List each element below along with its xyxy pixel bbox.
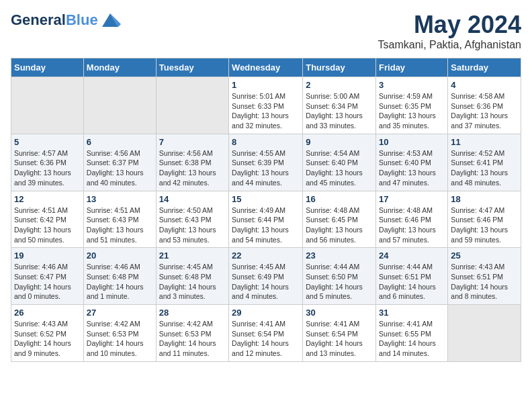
- day-number: 12: [14, 194, 81, 204]
- logo: GeneralBlue: [11, 11, 121, 30]
- day-info: Sunrise: 4:48 AM Sunset: 6:45 PM Dayligh…: [306, 205, 373, 245]
- day-info: Sunrise: 4:53 AM Sunset: 6:40 PM Dayligh…: [379, 148, 445, 188]
- day-info: Sunrise: 4:42 AM Sunset: 6:53 PM Dayligh…: [159, 319, 226, 359]
- day-number: 1: [232, 80, 300, 90]
- calendar-cell: 1Sunrise: 5:01 AM Sunset: 6:33 PM Daylig…: [229, 77, 303, 134]
- day-info: Sunrise: 4:45 AM Sunset: 6:49 PM Dayligh…: [232, 262, 300, 302]
- page-header: GeneralBlue May 2024 Tsamkani, Paktia, A…: [11, 11, 521, 51]
- calendar-week-row: 1Sunrise: 5:01 AM Sunset: 6:33 PM Daylig…: [11, 77, 521, 134]
- day-number: 6: [87, 137, 153, 147]
- calendar-cell: 24Sunrise: 4:44 AM Sunset: 6:51 PM Dayli…: [376, 248, 448, 305]
- day-number: 28: [159, 308, 226, 318]
- calendar-cell: 9Sunrise: 4:54 AM Sunset: 6:40 PM Daylig…: [303, 134, 376, 191]
- logo-icon: [99, 11, 121, 30]
- day-info: Sunrise: 4:44 AM Sunset: 6:51 PM Dayligh…: [379, 262, 445, 302]
- day-info: Sunrise: 4:44 AM Sunset: 6:50 PM Dayligh…: [306, 262, 373, 302]
- calendar-week-row: 5Sunrise: 4:57 AM Sunset: 6:36 PM Daylig…: [11, 134, 521, 191]
- day-info: Sunrise: 4:45 AM Sunset: 6:48 PM Dayligh…: [159, 262, 226, 302]
- day-info: Sunrise: 4:56 AM Sunset: 6:37 PM Dayligh…: [87, 148, 153, 188]
- day-info: Sunrise: 4:55 AM Sunset: 6:39 PM Dayligh…: [232, 148, 300, 188]
- logo-text: GeneralBlue: [11, 12, 98, 28]
- calendar-cell: 19Sunrise: 4:46 AM Sunset: 6:47 PM Dayli…: [11, 248, 84, 305]
- day-info: Sunrise: 4:41 AM Sunset: 6:55 PM Dayligh…: [379, 319, 445, 359]
- calendar-cell: 29Sunrise: 4:41 AM Sunset: 6:54 PM Dayli…: [229, 305, 303, 362]
- month-title: May 2024: [378, 11, 521, 39]
- calendar-cell: [11, 77, 84, 134]
- calendar-cell: 27Sunrise: 4:42 AM Sunset: 6:53 PM Dayli…: [83, 305, 156, 362]
- day-number: 17: [379, 194, 445, 204]
- calendar-cell: 16Sunrise: 4:48 AM Sunset: 6:45 PM Dayli…: [303, 191, 376, 248]
- day-info: Sunrise: 5:01 AM Sunset: 6:33 PM Dayligh…: [232, 91, 300, 131]
- day-info: Sunrise: 4:46 AM Sunset: 6:47 PM Dayligh…: [14, 262, 81, 302]
- day-number: 19: [14, 250, 81, 261]
- day-info: Sunrise: 4:48 AM Sunset: 6:46 PM Dayligh…: [379, 205, 445, 245]
- day-number: 21: [159, 250, 226, 261]
- calendar-week-row: 12Sunrise: 4:51 AM Sunset: 6:42 PM Dayli…: [11, 191, 521, 248]
- day-number: 31: [379, 308, 445, 318]
- calendar-cell: 13Sunrise: 4:51 AM Sunset: 6:43 PM Dayli…: [83, 191, 156, 248]
- day-info: Sunrise: 4:49 AM Sunset: 6:44 PM Dayligh…: [232, 205, 300, 245]
- day-info: Sunrise: 4:57 AM Sunset: 6:36 PM Dayligh…: [14, 148, 81, 188]
- weekday-header-cell: Sunday: [11, 58, 84, 77]
- weekday-header-cell: Tuesday: [156, 58, 228, 77]
- calendar-cell: 12Sunrise: 4:51 AM Sunset: 6:42 PM Dayli…: [11, 191, 84, 248]
- day-number: 24: [379, 250, 445, 261]
- day-info: Sunrise: 4:51 AM Sunset: 6:43 PM Dayligh…: [87, 205, 153, 245]
- calendar-cell: 17Sunrise: 4:48 AM Sunset: 6:46 PM Dayli…: [376, 191, 448, 248]
- day-number: 7: [159, 137, 226, 147]
- day-info: Sunrise: 4:43 AM Sunset: 6:52 PM Dayligh…: [14, 319, 81, 359]
- weekday-header-cell: Saturday: [448, 58, 521, 77]
- calendar-cell: 4Sunrise: 4:58 AM Sunset: 6:36 PM Daylig…: [448, 77, 521, 134]
- calendar-week-row: 26Sunrise: 4:43 AM Sunset: 6:52 PM Dayli…: [11, 305, 521, 362]
- day-info: Sunrise: 5:00 AM Sunset: 6:34 PM Dayligh…: [306, 91, 373, 131]
- day-number: 5: [14, 137, 81, 147]
- day-number: 15: [232, 194, 300, 204]
- day-number: 13: [87, 194, 153, 204]
- day-number: 22: [232, 250, 300, 261]
- calendar-cell: 10Sunrise: 4:53 AM Sunset: 6:40 PM Dayli…: [376, 134, 448, 191]
- weekday-header-cell: Friday: [376, 58, 448, 77]
- calendar-cell: 5Sunrise: 4:57 AM Sunset: 6:36 PM Daylig…: [11, 134, 84, 191]
- day-number: 4: [451, 80, 518, 90]
- day-info: Sunrise: 4:47 AM Sunset: 6:46 PM Dayligh…: [451, 205, 518, 245]
- calendar-cell: 14Sunrise: 4:50 AM Sunset: 6:43 PM Dayli…: [156, 191, 228, 248]
- calendar-cell: 18Sunrise: 4:47 AM Sunset: 6:46 PM Dayli…: [448, 191, 521, 248]
- calendar-cell: 7Sunrise: 4:56 AM Sunset: 6:38 PM Daylig…: [156, 134, 228, 191]
- calendar-cell: 11Sunrise: 4:52 AM Sunset: 6:41 PM Dayli…: [448, 134, 521, 191]
- day-number: 8: [232, 137, 300, 147]
- day-number: 10: [379, 137, 445, 147]
- calendar-cell: 8Sunrise: 4:55 AM Sunset: 6:39 PM Daylig…: [229, 134, 303, 191]
- day-info: Sunrise: 4:58 AM Sunset: 6:36 PM Dayligh…: [451, 91, 518, 131]
- day-number: 30: [306, 308, 373, 318]
- day-info: Sunrise: 4:56 AM Sunset: 6:38 PM Dayligh…: [159, 148, 226, 188]
- calendar-cell: [448, 305, 521, 362]
- location: Tsamkani, Paktia, Afghanistan: [378, 39, 521, 51]
- day-number: 11: [451, 137, 518, 147]
- day-number: 20: [87, 250, 153, 261]
- weekday-header-cell: Thursday: [303, 58, 376, 77]
- day-number: 29: [232, 308, 300, 318]
- day-number: 9: [306, 137, 373, 147]
- calendar-cell: 15Sunrise: 4:49 AM Sunset: 6:44 PM Dayli…: [229, 191, 303, 248]
- day-info: Sunrise: 4:50 AM Sunset: 6:43 PM Dayligh…: [159, 205, 226, 245]
- calendar-week-row: 19Sunrise: 4:46 AM Sunset: 6:47 PM Dayli…: [11, 248, 521, 305]
- calendar-cell: 23Sunrise: 4:44 AM Sunset: 6:50 PM Dayli…: [303, 248, 376, 305]
- day-info: Sunrise: 4:46 AM Sunset: 6:48 PM Dayligh…: [87, 262, 153, 302]
- calendar-table: SundayMondayTuesdayWednesdayThursdayFrid…: [11, 58, 521, 362]
- weekday-header-cell: Wednesday: [229, 58, 303, 77]
- calendar-cell: 25Sunrise: 4:43 AM Sunset: 6:51 PM Dayli…: [448, 248, 521, 305]
- calendar-cell: 31Sunrise: 4:41 AM Sunset: 6:55 PM Dayli…: [376, 305, 448, 362]
- day-number: 23: [306, 250, 373, 261]
- calendar-cell: 26Sunrise: 4:43 AM Sunset: 6:52 PM Dayli…: [11, 305, 84, 362]
- day-number: 27: [87, 308, 153, 318]
- day-number: 14: [159, 194, 226, 204]
- calendar-cell: 28Sunrise: 4:42 AM Sunset: 6:53 PM Dayli…: [156, 305, 228, 362]
- day-number: 16: [306, 194, 373, 204]
- calendar-cell: 2Sunrise: 5:00 AM Sunset: 6:34 PM Daylig…: [303, 77, 376, 134]
- day-number: 2: [306, 80, 373, 90]
- calendar-cell: [156, 77, 228, 134]
- day-info: Sunrise: 4:59 AM Sunset: 6:35 PM Dayligh…: [379, 91, 445, 131]
- calendar-cell: 20Sunrise: 4:46 AM Sunset: 6:48 PM Dayli…: [83, 248, 156, 305]
- weekday-header-row: SundayMondayTuesdayWednesdayThursdayFrid…: [11, 58, 521, 77]
- day-info: Sunrise: 4:43 AM Sunset: 6:51 PM Dayligh…: [451, 262, 518, 302]
